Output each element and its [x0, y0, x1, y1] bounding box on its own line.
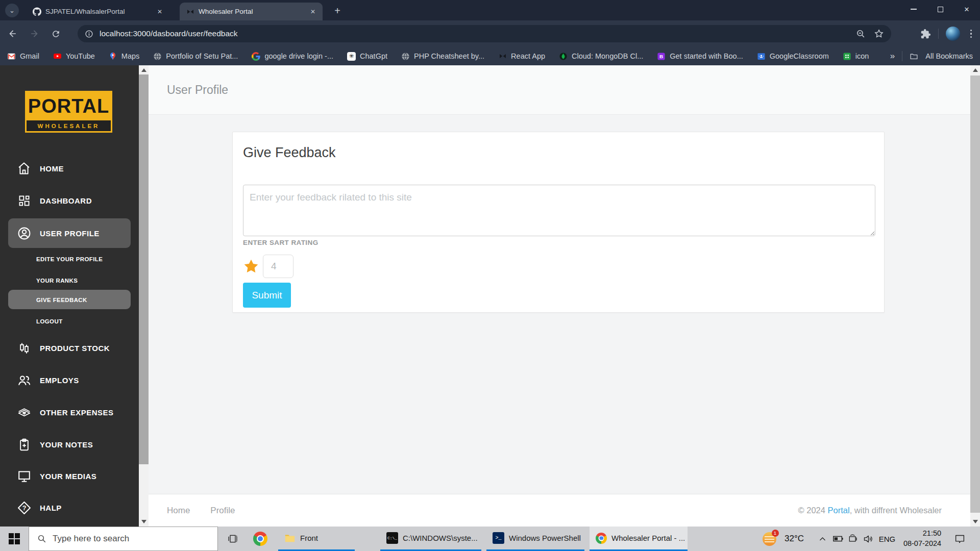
cast-icon	[848, 534, 858, 544]
task-view-button[interactable]	[222, 527, 244, 551]
bookmarks-overflow-button[interactable]: »	[890, 51, 895, 61]
browser-menu-button[interactable]	[967, 30, 975, 38]
brand-link[interactable]: Portal	[828, 506, 850, 515]
bowtie-icon	[498, 52, 507, 61]
extensions-icon[interactable]	[920, 29, 931, 39]
sidebar-item-dashboard[interactable]: DASHBOARD	[8, 189, 131, 212]
bookmark-portfolio[interactable]: Portfolio of Setu Pat...	[153, 52, 238, 61]
url-text[interactable]: localhost:3000/dasboard/user/feedback	[100, 29, 856, 38]
people-icon	[16, 372, 32, 388]
show-hidden-icons-button[interactable]	[815, 527, 830, 551]
rating-input[interactable]	[263, 255, 293, 278]
sidebar-item-halp[interactable]: ? HALP	[8, 496, 131, 519]
footer-link-profile[interactable]: Profile	[210, 506, 235, 516]
bookmark-maps[interactable]: Maps	[109, 52, 139, 61]
portal-logo[interactable]: PORTAL WHOLESALER	[25, 91, 112, 133]
search-input[interactable]	[53, 534, 206, 544]
close-window-button[interactable]: ✕	[953, 0, 980, 18]
bookmark-icon-site[interactable]: icon	[843, 52, 869, 61]
footer-link-home[interactable]: Home	[167, 506, 190, 516]
address-bar[interactable]: localhost:3000/dasboard/user/feedback	[78, 25, 891, 42]
taskbar-search[interactable]	[29, 527, 218, 551]
scrollbar-thumb[interactable]	[139, 74, 149, 464]
forward-button[interactable]	[26, 25, 43, 42]
bookmark-mongodb[interactable]: Cloud: MongoDB Cl...	[559, 52, 643, 61]
sidebar-scrollbar[interactable]	[139, 65, 149, 527]
scroll-up-arrow[interactable]	[141, 68, 146, 72]
google-g-icon	[252, 52, 260, 61]
scroll-down-arrow[interactable]	[973, 520, 978, 523]
bookmark-gmail[interactable]: Gmail	[7, 52, 39, 61]
task-wholesaler-portal[interactable]: Wholesaler Portal - ...	[590, 527, 688, 551]
bookmark-label: PHP Cheatsheet by...	[414, 52, 484, 60]
tab-close-button[interactable]: ✕	[155, 7, 164, 16]
browser-tabstrip: ⌄ SJPATEL/WhalsalerPortal ✕ Wholesaler P…	[0, 0, 980, 20]
sidebar-item-label: USER PROFILE	[40, 229, 100, 238]
sidebar-item-user-profile[interactable]: USER PROFILE	[8, 222, 131, 244]
bookmark-bootstrap[interactable]: B Get started with Boo...	[657, 52, 743, 61]
bookmark-label: Gmail	[20, 52, 39, 60]
sidebar-item-product-stock[interactable]: PRODUCT STOCK	[8, 337, 131, 359]
task-label: Windows PowerShell	[509, 534, 581, 542]
bookmark-php-cheatsheet[interactable]: PHP Cheatsheet by...	[401, 52, 484, 61]
scrollbar-thumb[interactable]	[970, 76, 980, 513]
sidebar-subitem-logout[interactable]: LOGOUT	[8, 315, 131, 328]
sidebar-item-your-medias[interactable]: YOUR MEDIAS	[8, 465, 131, 487]
submit-button[interactable]: Submit	[243, 283, 291, 308]
battery-tray-icon[interactable]	[830, 527, 846, 551]
github-icon	[33, 7, 41, 16]
new-tab-button[interactable]: +	[331, 4, 344, 17]
monitor-icon	[16, 468, 32, 484]
maximize-button[interactable]	[927, 0, 953, 18]
sidebar-item-home[interactable]: HOME	[8, 157, 131, 180]
tab-search-button[interactable]: ⌄	[5, 4, 19, 17]
sidebar-item-label: OTHER EXPENSES	[40, 408, 114, 417]
sidebar-item-label: PRODUCT STOCK	[40, 344, 110, 353]
tab-title: SJPATEL/WhalsalerPortal	[45, 8, 151, 15]
temperature-label[interactable]: 32°C	[781, 527, 807, 551]
tab-github[interactable]: SJPATEL/WhalsalerPortal ✕	[27, 3, 169, 20]
minimize-button[interactable]	[900, 0, 927, 18]
home-icon	[16, 161, 32, 176]
volume-tray-icon[interactable]	[860, 527, 876, 551]
bookmark-react-app[interactable]: React App	[498, 52, 545, 61]
task-front[interactable]: Front	[278, 527, 355, 551]
taskbar-chrome-button[interactable]	[248, 527, 273, 551]
sidebar-subitem-give-feedback[interactable]: GIVE FEEDBACK	[8, 293, 131, 307]
bookmark-google-classroom[interactable]: GoogleClassroom	[757, 52, 829, 61]
clock[interactable]: 21:5008-07-2024	[898, 527, 946, 551]
feedback-textarea[interactable]	[243, 185, 875, 236]
all-bookmarks-button[interactable]: All Bookmarks	[925, 52, 973, 60]
task-powershell[interactable]: >_ Windows PowerShell	[486, 527, 584, 551]
sidebar-item-employs[interactable]: EMPLOYS	[8, 369, 131, 391]
start-button[interactable]	[0, 527, 29, 551]
bookmark-label: React App	[511, 52, 545, 60]
cast-tray-icon[interactable]	[845, 527, 861, 551]
sidebar-item-your-notes[interactable]: YOUR NOTES	[8, 433, 131, 456]
zoom-out-icon[interactable]	[856, 29, 866, 39]
scroll-up-arrow[interactable]	[973, 68, 978, 72]
battery-icon	[832, 533, 844, 544]
reload-button[interactable]	[47, 25, 64, 42]
sidebar-subitem-your-ranks[interactable]: YOUR RANKS	[8, 274, 131, 287]
profile-avatar[interactable]	[946, 27, 960, 41]
globe-icon	[153, 52, 162, 61]
scroll-down-arrow[interactable]	[141, 520, 146, 523]
weather-tray-button[interactable]: 1	[759, 527, 779, 551]
bookmark-google-drive[interactable]: google drive login -...	[252, 52, 333, 61]
subitem-label: LOGOUT	[36, 318, 63, 324]
language-indicator[interactable]: ENG	[876, 527, 898, 551]
sidebar-item-other-expenses[interactable]: OTHER EXPENSES	[8, 401, 131, 423]
bookmark-chatgpt[interactable]: ✳ ChatGpt	[347, 52, 387, 61]
tab-wholesaler-portal[interactable]: Wholesaler Portal ✕	[180, 3, 323, 20]
bookmark-star-icon[interactable]	[874, 29, 884, 39]
back-button[interactable]	[4, 25, 21, 42]
action-center-button[interactable]	[948, 527, 971, 551]
tab-close-button[interactable]: ✕	[308, 7, 317, 16]
site-info-icon[interactable]	[85, 30, 93, 38]
close-icon: ✕	[964, 6, 970, 13]
task-cmd[interactable]: C:\_ C:\WINDOWS\syste...	[380, 527, 481, 551]
bookmark-youtube[interactable]: YouTube	[53, 52, 95, 61]
sidebar-subitem-edit-profile[interactable]: EDITE YOUR PROFILE	[8, 253, 131, 266]
window-scrollbar[interactable]	[970, 65, 980, 527]
